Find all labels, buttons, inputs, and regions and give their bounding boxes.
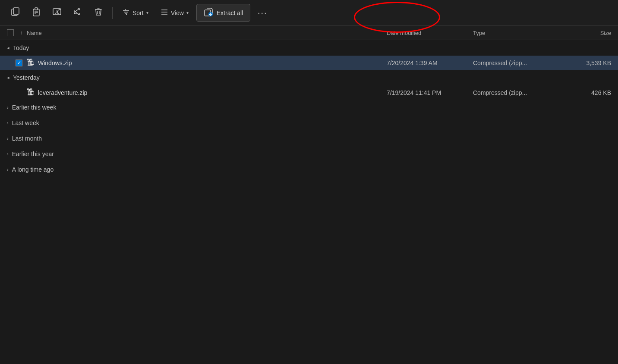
extract-all-label: Extract all	[217, 9, 243, 16]
today-chevron-icon: ▾	[6, 47, 11, 49]
file-size: 426 KB	[559, 89, 611, 96]
extract-all-button[interactable]: Extract all	[196, 4, 250, 22]
delete-button[interactable]	[90, 4, 107, 22]
group-today[interactable]: ▾ Today	[0, 40, 618, 56]
clipboard-icon	[32, 7, 41, 19]
delete-icon	[94, 7, 103, 19]
last-week-chevron-icon: ›	[7, 120, 9, 126]
name-column-header[interactable]: Name	[27, 30, 42, 36]
separator-1	[112, 7, 113, 19]
sort-up-icon: ↑	[20, 30, 22, 36]
sort-icon	[122, 8, 130, 17]
file-row[interactable]: ✓ 🗜 Windows.zip 7/20/2024 1:39 AM Compre…	[0, 56, 618, 70]
file-type: Compressed (zipp...	[473, 89, 559, 96]
file-name: Windows.zip	[38, 60, 72, 66]
sort-button[interactable]: Sort ▾	[118, 6, 153, 20]
file-checkbox[interactable]: ✓	[16, 60, 22, 66]
type-column-header[interactable]: Type	[473, 30, 559, 36]
rename-button[interactable]: A	[48, 4, 66, 22]
sort-label: Sort	[132, 9, 144, 16]
more-options-icon: ···	[258, 8, 268, 18]
sort-chevron-icon: ▾	[146, 10, 148, 15]
size-column-header[interactable]: Size	[559, 30, 611, 36]
paste-button[interactable]	[28, 4, 45, 22]
earlier-this-week-chevron-icon: ›	[7, 105, 9, 110]
toolbar: A	[0, 0, 618, 26]
svg-line-10	[60, 9, 60, 10]
file-date: 7/19/2024 11:41 PM	[387, 89, 473, 96]
view-button[interactable]: View ▾	[156, 6, 193, 20]
view-label: View	[171, 9, 184, 16]
group-earlier-this-year[interactable]: › Earlier this year	[0, 146, 618, 162]
group-last-month[interactable]: › Last month	[0, 131, 618, 146]
view-icon	[161, 8, 168, 17]
group-earlier-this-week-label: Earlier this week	[12, 104, 57, 111]
file-list-container: ↑ Name Date modified Type Size ▾ Today ✓…	[0, 26, 618, 364]
group-yesterday-label: Yesterday	[13, 74, 40, 81]
group-today-label: Today	[13, 44, 29, 51]
share-button[interactable]	[69, 4, 86, 22]
group-last-month-label: Last month	[12, 135, 42, 142]
extract-all-icon	[204, 7, 213, 18]
rename-icon: A	[52, 7, 62, 19]
zip-file-icon: 🗜	[27, 58, 35, 67]
date-column-header[interactable]: Date modified	[387, 30, 473, 36]
view-chevron-icon: ▾	[186, 10, 189, 15]
yesterday-chevron-icon: ▾	[6, 76, 11, 79]
file-size: 3,539 KB	[559, 60, 611, 66]
share-icon	[73, 7, 82, 19]
file-checkbox-empty	[16, 89, 22, 96]
zip-file-icon: 🗜	[27, 88, 35, 97]
list-header: ↑ Name Date modified Type Size	[0, 26, 618, 40]
group-yesterday[interactable]: ▾ Yesterday	[0, 70, 618, 85]
file-date: 7/20/2024 1:39 AM	[387, 60, 473, 66]
group-last-week[interactable]: › Last week	[0, 115, 618, 131]
copy-button[interactable]	[7, 4, 24, 22]
svg-rect-3	[35, 8, 38, 10]
group-a-long-time-ago-label: A long time ago	[12, 166, 54, 173]
more-options-button[interactable]: ···	[254, 4, 271, 22]
group-earlier-this-week[interactable]: › Earlier this week	[0, 100, 618, 115]
group-earlier-this-year-label: Earlier this year	[12, 151, 54, 157]
copy-icon	[11, 7, 20, 19]
last-month-chevron-icon: ›	[7, 136, 9, 141]
file-row[interactable]: 🗜 leveradventure.zip 7/19/2024 11:41 PM …	[0, 85, 618, 100]
a-long-time-ago-chevron-icon: ›	[7, 167, 9, 172]
svg-rect-1	[13, 8, 19, 14]
file-type: Compressed (zipp...	[473, 60, 559, 66]
group-last-week-label: Last week	[12, 119, 39, 126]
file-name: leveradventure.zip	[38, 89, 87, 96]
earlier-this-year-chevron-icon: ›	[7, 151, 9, 157]
group-a-long-time-ago[interactable]: › A long time ago	[0, 162, 618, 177]
select-all-checkbox[interactable]	[7, 29, 14, 36]
